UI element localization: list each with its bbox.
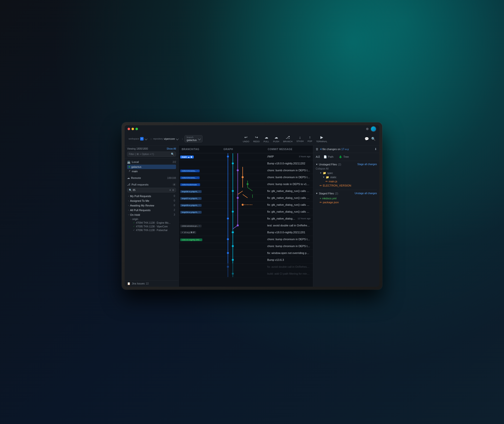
table-row[interactable]: trop/16-x-y-bp-fi... ↑ — [179, 188, 313, 195]
discard-icon[interactable]: 🗑 — [316, 147, 319, 151]
pr-item-assigned[interactable]: › Assigned To Me 0 — [127, 199, 176, 203]
commit-msg-3: chore: bumb chromium in DEPS to 98.0.474… — [267, 176, 311, 179]
unstaged-count: (2) — [338, 163, 341, 166]
table-row[interactable]: ✓ 17-x-y 🖥 🏷 — [179, 229, 313, 236]
toolbar-right: 💬 🔍 — [365, 137, 375, 141]
unstage-all-button[interactable]: Unstage all changes — [355, 192, 377, 195]
minimize-button[interactable] — [132, 128, 134, 130]
close-button[interactable] — [128, 128, 130, 130]
on-hold-pr-7096[interactable]: ✓ #7096 THX-1138 · Pulsechar — [130, 228, 176, 232]
table-row[interactable]: Bump v13.6.3 — [179, 257, 313, 264]
workspace-add-button[interactable]: + — [140, 137, 144, 141]
pr-filter-icon[interactable]: ⚙ — [172, 189, 174, 191]
pr-search-clear-icon[interactable]: ✕ — [169, 189, 171, 191]
commit-msg-0: //WIP — [267, 155, 297, 158]
filter-search-icon[interactable]: 🔍 — [171, 153, 174, 156]
comment-icon[interactable]: 💬 — [365, 137, 369, 141]
push-button[interactable]: ☁ PUSH — [273, 135, 279, 143]
table-row[interactable]: roller/node/main ↑ — [179, 181, 313, 188]
file-item-mkdocs[interactable]: + mkdocs.yml — [319, 196, 377, 200]
svg-point-71 — [227, 266, 229, 268]
file-item-packagejson[interactable]: ✏ package.json — [319, 200, 377, 204]
local-count: 2/2 — [173, 161, 176, 163]
unstaged-section-header: ▼ Unstaged Files (2) Stage all changes — [316, 163, 377, 166]
download-icon[interactable]: ⬇ — [374, 147, 377, 151]
file-item-mainjs[interactable]: ✏ main.js — [325, 179, 377, 184]
unstaged-title: ▼ Unstaged Files (2) — [316, 163, 341, 166]
undo-button[interactable]: ↩ UNDO — [243, 135, 250, 143]
stage-all-button[interactable]: Stage all changes — [357, 163, 377, 166]
branch-selector[interactable]: branch galactus — [184, 135, 203, 142]
issues-link[interactable]: 📋 Jira Issues 22 — [127, 282, 176, 285]
separator-arrow: › — [150, 137, 152, 141]
staged-count: (2) — [335, 192, 338, 195]
branch-item-galactus[interactable]: galactus — [127, 165, 176, 169]
commit-msg-9: fix: gtk_native_dialog_run() calls show(… — [267, 217, 296, 220]
file-item-static[interactable]: ▼ 📁 static — [322, 175, 377, 179]
pull-label: PULL — [264, 140, 269, 143]
undo-label: UNDO — [243, 140, 250, 143]
table-row[interactable]: build: add CI path filtering for minor-o… — [179, 270, 313, 277]
table-row[interactable]: fix: gtk_native_dialog_run() calls show(… — [179, 215, 313, 222]
table-row[interactable]: fix: window.open not overriding parent's… — [179, 250, 313, 257]
fullscreen-button[interactable] — [135, 128, 138, 130]
table-row[interactable]: main ☁ 🖥 — [179, 153, 313, 160]
svg-point-62 — [232, 245, 234, 247]
file-item-electron-version[interactable]: ✏ ELECTRON_VERSION — [319, 184, 377, 188]
table-row[interactable]: roller/chromiu... ↑ — [179, 174, 313, 181]
avatar[interactable] — [371, 126, 376, 132]
search-icon[interactable]: 🔍 — [371, 137, 375, 141]
pr-item-my-prs[interactable]: › My Pull Requests 0 — [127, 194, 176, 198]
graph-body[interactable]: main ☁ 🖥 — [179, 153, 313, 287]
branch-col-header: BRANCH/TAG — [179, 148, 221, 151]
pop-button[interactable]: ↑ POP — [308, 135, 312, 142]
repository-selector[interactable]: repository vipercore — [153, 137, 178, 140]
table-row[interactable]: Bump v18.0.0-nightly.20211202 — [179, 160, 313, 167]
table-row[interactable]: roller/chromiu... ↑ — [179, 167, 313, 174]
table-row[interactable]: trop/15-x-y-bp-fi... ↑ — [179, 202, 313, 208]
commit-msg-13: chore: bump chromium in DEPS to 98.0.474… — [267, 245, 311, 248]
pr-item-awaiting[interactable]: › Awaiting My Review 0 — [127, 203, 176, 208]
show-all-button[interactable]: Show All — [167, 147, 176, 150]
table-row[interactable]: trop/14-x-y-bp-fi... ↑ — [179, 208, 313, 215]
branch-tag-child: child-window-pr... ↑ — [180, 225, 202, 227]
pull-requests-section: ⎇ Pull requests 4 🔍 ✕ ⚙ — [125, 182, 178, 234]
pr-my-label: My Pull Requests — [130, 195, 151, 198]
commit-msg-15: Bump v13.6.3 — [267, 258, 311, 261]
branch-item-main[interactable]: ↱ main — [127, 169, 176, 173]
pr-search-input[interactable] — [133, 189, 168, 191]
folder-expand-icon-static: ▼ — [323, 176, 325, 178]
table-row[interactable]: fix: avoid double call in OnRefreshCompl… — [179, 264, 313, 270]
pr-item-all[interactable]: › All Pull Requests 2 — [127, 208, 176, 212]
graph-cell-12 — [221, 236, 265, 243]
svg-line-27 — [238, 191, 243, 194]
pull-button[interactable]: ☁ PULL — [264, 135, 269, 143]
branch-button[interactable]: ⎇ BRANCH — [283, 135, 293, 143]
local-label: Local — [132, 160, 139, 163]
tab-tree[interactable]: 🌲 Tree — [337, 155, 351, 159]
on-hold-pr-7095[interactable]: ✓ #7095 THX-1138 · ViperCore — [130, 225, 176, 228]
branch-name-main: main — [132, 170, 138, 173]
collapse-all-button[interactable]: Collapse All — [316, 167, 377, 170]
graph-cell-3 — [221, 174, 265, 181]
pr-expand-my-icon: › — [128, 195, 129, 197]
tab-path[interactable]: 📄 Path — [322, 155, 336, 159]
az-sort-button[interactable]: A/Z — [316, 155, 320, 158]
remote-section: ☁ Remote 188/188 — [125, 174, 178, 182]
terminal-button[interactable]: ▶ TERMINAL — [316, 135, 327, 143]
stash-button[interactable]: ↓ STASH — [296, 135, 304, 142]
svg-point-56 — [232, 231, 234, 234]
table-row[interactable]: chore: bump chromium in DEPS to 98.0.474… — [179, 243, 313, 250]
redo-button[interactable]: ↪ REDO — [253, 135, 260, 143]
table-row[interactable]: child-window-pr... ↑ — [179, 222, 313, 229]
main-layout: Viewing 1800/1800 Show All Filter ( ⌘ + … — [125, 145, 379, 287]
table-row[interactable]: trop/17-x-y-bp-fi... ↑ — [179, 195, 313, 202]
file-item-spec[interactable]: ▼ 📁 spec — [319, 171, 377, 175]
on-hold-pr-7094[interactable]: ✓ #7094 THX-1138 · Engine Mo... — [130, 221, 176, 225]
pr-item-onhold[interactable]: › On Hold 3 — [127, 213, 176, 217]
workspace-label: workspace — [129, 138, 139, 140]
workspace-selector[interactable]: workspace + — [129, 137, 147, 141]
branch-label: branch — [187, 136, 197, 139]
table-row[interactable]: v18.0.0-nightly-202... — [179, 236, 313, 243]
graph-cell-13 — [221, 243, 265, 250]
